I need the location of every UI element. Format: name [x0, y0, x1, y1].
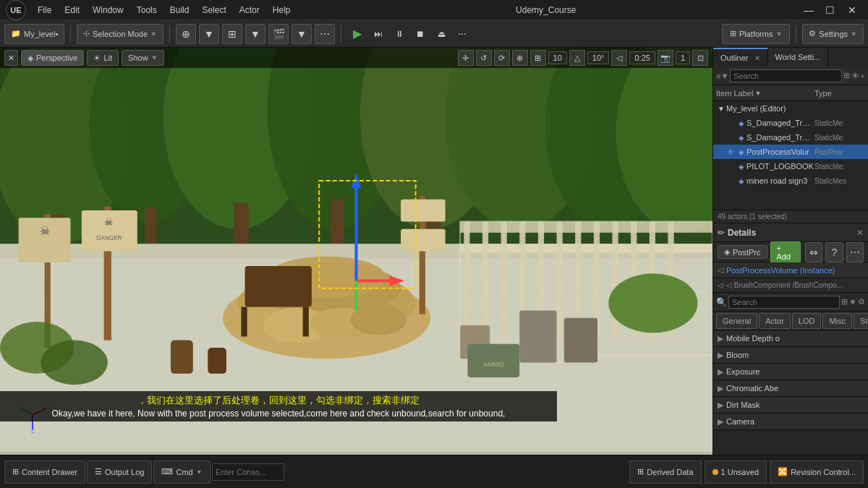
pause-button[interactable]: ⏸ — [389, 24, 409, 44]
tree-label-4: PILOT_LOGBOOK — [746, 162, 814, 171]
outliner-item-5[interactable]: 👁 ◈ minen road sign3 StaticMes — [713, 174, 868, 188]
details-link-btn[interactable]: ⇔ — [805, 242, 822, 262]
eject-button[interactable]: ⏏ — [431, 24, 451, 44]
derived-data-status[interactable]: ⊞ Derived Data — [629, 461, 701, 484]
show-btn[interactable]: Show ▼ — [122, 50, 163, 66]
transform-btn[interactable]: ⊕ — [176, 24, 196, 44]
outliner-eye-icon[interactable]: 👁 — [851, 72, 859, 80]
cmd-input[interactable] — [212, 463, 284, 481]
details-content: ▶ Mobile Depth o ▶ Bloom ▶ Exposure — [713, 330, 868, 455]
source-control-btn[interactable]: ⋯ — [315, 24, 335, 44]
menu-edit[interactable]: Edit — [61, 4, 82, 17]
outliner-item-1[interactable]: 👁 ◈ S_Damaged_Tree_ StaticMe: — [713, 116, 868, 130]
outliner-item-4[interactable]: 👁 ◈ PILOT_LOGBOOK StaticMe: — [713, 159, 868, 174]
details-tab-general[interactable]: General — [716, 313, 757, 329]
camera-arrow-btn[interactable]: ▼ — [292, 24, 312, 44]
details-back-arrow[interactable]: ◁ — [718, 265, 723, 275]
selection-mode-arrow: ▼ — [150, 30, 157, 38]
menu-tools[interactable]: Tools — [134, 4, 160, 17]
viewport-tool-5[interactable]: ⊞ — [530, 50, 546, 66]
outliner-sort-icon[interactable]: ⊞ — [843, 71, 850, 80]
tree-eye-3[interactable]: 👁 — [725, 146, 736, 158]
close-button[interactable]: ✕ — [842, 0, 862, 20]
outliner-col-label[interactable]: Item Label ▼ — [716, 89, 814, 98]
output-log-btn[interactable]: ☰ Output Log — [87, 461, 152, 484]
details-tab-misc[interactable]: Misc — [822, 313, 852, 329]
viewport-tool-2[interactable]: ↺ — [476, 50, 492, 66]
details-settings-icon[interactable]: ⚙ — [858, 297, 865, 307]
lit-label: Lit — [103, 53, 112, 62]
details-add-btn[interactable]: + Add — [770, 241, 801, 263]
details-help-btn[interactable]: ? — [825, 242, 843, 262]
detail-section-chromatic-header[interactable]: ▶ Chromatic Abe — [713, 380, 868, 396]
camera-btn[interactable]: 🎬 — [268, 24, 289, 44]
menu-build[interactable]: Build — [167, 4, 192, 17]
details-name-label: PostPrc — [733, 248, 761, 257]
viewport-close-btn[interactable]: ✕ — [4, 50, 18, 66]
menu-window[interactable]: Window — [90, 4, 127, 17]
unsaved-label: 1 Unsaved — [721, 468, 760, 476]
details-search-input[interactable] — [728, 296, 840, 309]
detail-section-dirt-header[interactable]: ▶ Dirt Mask — [713, 397, 868, 413]
selection-mode-btn[interactable]: ⊹ Selection Mode ▼ — [77, 24, 163, 44]
detail-section-bloom: ▶ Bloom — [713, 347, 868, 364]
outliner-tab-close[interactable]: ✕ — [754, 54, 760, 62]
camera-icon[interactable]: 📷 — [658, 50, 673, 66]
revision-status[interactable]: 🔀 Revision Control... — [770, 461, 864, 484]
lit-icon: ☀ — [93, 53, 101, 63]
detail-section-camera-header[interactable]: ▶ Camera — [713, 414, 868, 429]
project-name-btn[interactable]: 📁 My_level• — [4, 24, 64, 44]
section-arrow-exposure: ▶ — [718, 367, 723, 377]
step-button[interactable]: ⏭ — [368, 24, 388, 44]
play-button[interactable]: ▶ — [347, 24, 367, 44]
detail-section-mobile-header[interactable]: ▶ Mobile Depth o — [713, 330, 868, 346]
unsaved-status[interactable]: 1 Unsaved — [705, 461, 767, 484]
detail-section-exposure-header[interactable]: ▶ Exposure — [713, 364, 868, 380]
platforms-btn[interactable]: ⊞ Platforms ▼ — [722, 24, 790, 44]
viewport-tool-4[interactable]: ⊕ — [512, 50, 528, 66]
viewport-maximize-btn[interactable]: ⊡ — [692, 50, 708, 66]
stop-button[interactable]: ⏹ — [410, 24, 430, 44]
details-close-icon[interactable]: ✕ — [856, 228, 864, 238]
minimize-button[interactable]: — — [799, 0, 819, 20]
details-star-icon[interactable]: ★ — [849, 297, 856, 307]
outliner-tab[interactable]: Outliner ✕ — [713, 48, 768, 67]
outliner-search-input[interactable] — [730, 69, 841, 82]
perspective-label: Perspective — [36, 53, 77, 62]
outliner-item-0[interactable]: ▼ My_level (Editor) — [713, 101, 868, 116]
details-tab-streaming[interactable]: Streaming — [854, 313, 868, 329]
viewport-tool-1[interactable]: ✛ — [458, 50, 474, 66]
world-settings-tab[interactable]: World Setti... — [768, 48, 829, 67]
menu-select[interactable]: Select — [199, 4, 229, 17]
outliner-item-3[interactable]: 👁 ◈ PostProcessVolur PostProc — [713, 145, 868, 159]
settings-btn[interactable]: ⚙ Settings ▼ — [802, 24, 864, 44]
snap-btn[interactable]: ⊞ — [222, 24, 242, 44]
viewport-tool-7[interactable]: ◁ — [611, 50, 627, 66]
play-options-btn[interactable]: ⋯ — [452, 24, 472, 44]
details-tab-lod[interactable]: LOD — [792, 313, 822, 329]
menu-actor[interactable]: Actor — [237, 4, 263, 17]
menu-file[interactable]: File — [35, 4, 54, 17]
tree-label-5: minen road sign3 — [746, 176, 814, 185]
details-grid-icon[interactable]: ⊞ — [841, 297, 848, 307]
viewport-tool-6[interactable]: △ — [569, 50, 585, 66]
viewport-tool-3[interactable]: ⟳ — [494, 50, 510, 66]
lit-btn[interactable]: ☀ Lit — [87, 50, 119, 66]
outliner-item-2[interactable]: 👁 ◈ S_Damaged_Tree_ StaticMe: — [713, 130, 868, 145]
details-pencil-icon: ✏ — [718, 228, 725, 238]
outliner-filter-icon[interactable]: ≡▼ — [716, 72, 728, 80]
content-drawer-btn[interactable]: ⊞ Content Drawer — [4, 461, 85, 484]
menu-help[interactable]: Help — [270, 4, 294, 17]
perspective-btn[interactable]: ◈ Perspective — [21, 50, 84, 66]
transform-arrow-btn[interactable]: ▼ — [199, 24, 219, 44]
maximize-button[interactable]: ☐ — [820, 0, 841, 20]
viewport[interactable]: ☠ DANGER ☠ — [0, 48, 712, 455]
tree-arrow-0: ▼ — [716, 103, 726, 114]
details-search-row: 🔍 ⊞ ★ ⚙ — [713, 293, 868, 312]
detail-section-bloom-header[interactable]: ▶ Bloom — [713, 347, 868, 363]
outliner-add-icon[interactable]: + — [861, 72, 865, 80]
cmd-btn[interactable]: ⌨ Cmd ▼ — [153, 461, 210, 484]
snap-arrow-btn[interactable]: ▼ — [245, 24, 265, 44]
details-tab-actor[interactable]: Actor — [759, 313, 791, 329]
details-more-btn[interactable]: ⋯ — [846, 242, 864, 262]
